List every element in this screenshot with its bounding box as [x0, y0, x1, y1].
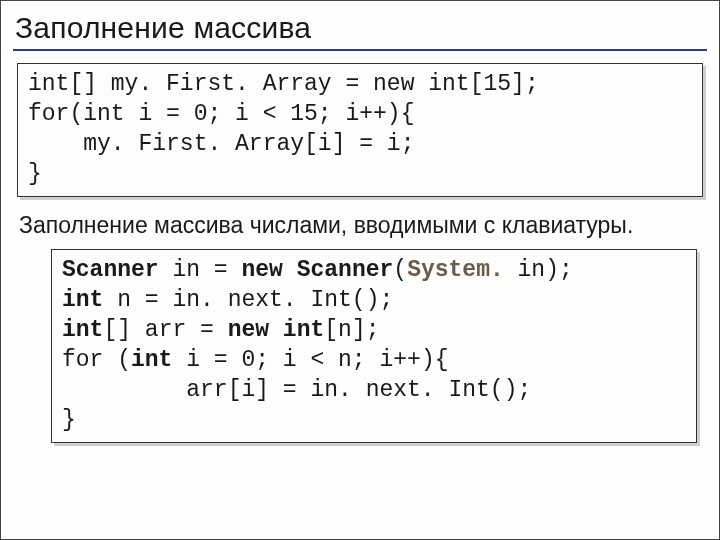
code-block-1: int[] my. First. Array = new int[15]; fo…: [17, 63, 703, 197]
code1-line4: }: [28, 161, 42, 187]
kw-int3: int: [131, 347, 172, 373]
code2-l1d: [283, 257, 297, 283]
description-paragraph: Заполнение массива числами, вводимыми с …: [19, 211, 703, 240]
code1-line1: int[] my. First. Array = new int[15];: [28, 71, 539, 97]
slide-title: Заполнение массива: [15, 11, 707, 45]
param-system: System.: [407, 257, 504, 283]
code2-l2b: n = in. next. Int();: [103, 287, 393, 313]
code1-line2: for(int i = 0; i < 15; i++){: [28, 101, 414, 127]
code2-l6: }: [62, 407, 76, 433]
code2-l4a: for (: [62, 347, 131, 373]
code2-l1f: (: [393, 257, 407, 283]
code2-l5: arr[i] = in. next. Int();: [62, 377, 531, 403]
code1-line3: my. First. Array[i] = i;: [28, 131, 414, 157]
code2-l4c: i = 0; i < n; i++){: [172, 347, 448, 373]
kw-int: int: [62, 287, 103, 313]
code2-l1h: in);: [504, 257, 573, 283]
slide: Заполнение массива int[] my. First. Arra…: [0, 0, 720, 540]
kw-int2: int: [62, 317, 103, 343]
kw-scanner2: Scanner: [297, 257, 394, 283]
code2-l3b: [] arr =: [103, 317, 227, 343]
code2-l3d: [n];: [324, 317, 379, 343]
code-block-2: Scanner in = new Scanner(System. in); in…: [51, 249, 697, 442]
code2-l1b: in =: [159, 257, 242, 283]
title-wrap: Заполнение массива: [13, 11, 707, 51]
kw-new: new: [241, 257, 282, 283]
kw-scanner: Scanner: [62, 257, 159, 283]
kw-newint: new int: [228, 317, 325, 343]
